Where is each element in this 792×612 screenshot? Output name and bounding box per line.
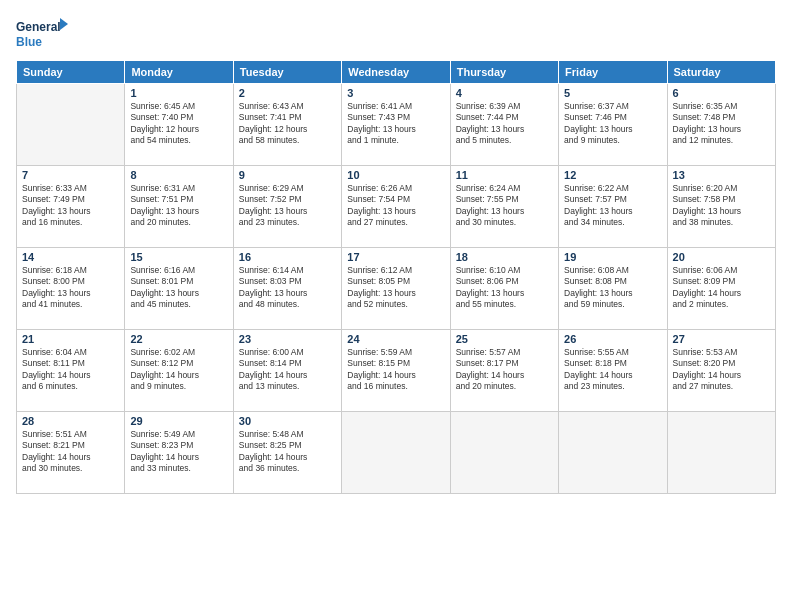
calendar-cell: 23Sunrise: 6:00 AM Sunset: 8:14 PM Dayli… [233,330,341,412]
day-info: Sunrise: 5:57 AM Sunset: 8:17 PM Dayligh… [456,347,553,393]
week-row-2: 7Sunrise: 6:33 AM Sunset: 7:49 PM Daylig… [17,166,776,248]
day-info: Sunrise: 5:59 AM Sunset: 8:15 PM Dayligh… [347,347,444,393]
calendar-cell: 5Sunrise: 6:37 AM Sunset: 7:46 PM Daylig… [559,84,667,166]
day-number: 28 [22,415,119,427]
calendar-cell: 1Sunrise: 6:45 AM Sunset: 7:40 PM Daylig… [125,84,233,166]
calendar-cell [667,412,775,494]
calendar-cell: 30Sunrise: 5:48 AM Sunset: 8:25 PM Dayli… [233,412,341,494]
week-row-1: 1Sunrise: 6:45 AM Sunset: 7:40 PM Daylig… [17,84,776,166]
calendar-cell: 10Sunrise: 6:26 AM Sunset: 7:54 PM Dayli… [342,166,450,248]
weekday-tuesday: Tuesday [233,61,341,84]
calendar-cell: 7Sunrise: 6:33 AM Sunset: 7:49 PM Daylig… [17,166,125,248]
weekday-wednesday: Wednesday [342,61,450,84]
day-info: Sunrise: 5:51 AM Sunset: 8:21 PM Dayligh… [22,429,119,475]
day-info: Sunrise: 6:16 AM Sunset: 8:01 PM Dayligh… [130,265,227,311]
calendar-cell: 16Sunrise: 6:14 AM Sunset: 8:03 PM Dayli… [233,248,341,330]
day-info: Sunrise: 6:04 AM Sunset: 8:11 PM Dayligh… [22,347,119,393]
day-info: Sunrise: 6:24 AM Sunset: 7:55 PM Dayligh… [456,183,553,229]
day-info: Sunrise: 6:08 AM Sunset: 8:08 PM Dayligh… [564,265,661,311]
week-row-3: 14Sunrise: 6:18 AM Sunset: 8:00 PM Dayli… [17,248,776,330]
day-info: Sunrise: 5:48 AM Sunset: 8:25 PM Dayligh… [239,429,336,475]
weekday-header-row: SundayMondayTuesdayWednesdayThursdayFrid… [17,61,776,84]
day-number: 1 [130,87,227,99]
day-number: 6 [673,87,770,99]
calendar-cell: 13Sunrise: 6:20 AM Sunset: 7:58 PM Dayli… [667,166,775,248]
calendar-table: SundayMondayTuesdayWednesdayThursdayFrid… [16,60,776,494]
day-info: Sunrise: 6:29 AM Sunset: 7:52 PM Dayligh… [239,183,336,229]
day-number: 29 [130,415,227,427]
calendar-cell: 15Sunrise: 6:16 AM Sunset: 8:01 PM Dayli… [125,248,233,330]
weekday-saturday: Saturday [667,61,775,84]
day-number: 23 [239,333,336,345]
day-number: 13 [673,169,770,181]
day-info: Sunrise: 5:53 AM Sunset: 8:20 PM Dayligh… [673,347,770,393]
day-number: 2 [239,87,336,99]
calendar-cell [450,412,558,494]
day-number: 30 [239,415,336,427]
day-number: 7 [22,169,119,181]
calendar-cell: 24Sunrise: 5:59 AM Sunset: 8:15 PM Dayli… [342,330,450,412]
day-info: Sunrise: 6:33 AM Sunset: 7:49 PM Dayligh… [22,183,119,229]
day-number: 20 [673,251,770,263]
svg-text:Blue: Blue [16,35,42,49]
week-row-4: 21Sunrise: 6:04 AM Sunset: 8:11 PM Dayli… [17,330,776,412]
calendar-cell: 26Sunrise: 5:55 AM Sunset: 8:18 PM Dayli… [559,330,667,412]
day-info: Sunrise: 6:18 AM Sunset: 8:00 PM Dayligh… [22,265,119,311]
calendar-cell: 18Sunrise: 6:10 AM Sunset: 8:06 PM Dayli… [450,248,558,330]
calendar-cell [17,84,125,166]
calendar-cell: 6Sunrise: 6:35 AM Sunset: 7:48 PM Daylig… [667,84,775,166]
weekday-sunday: Sunday [17,61,125,84]
day-info: Sunrise: 6:43 AM Sunset: 7:41 PM Dayligh… [239,101,336,147]
calendar-cell: 21Sunrise: 6:04 AM Sunset: 8:11 PM Dayli… [17,330,125,412]
svg-marker-1 [60,18,68,30]
day-info: Sunrise: 6:37 AM Sunset: 7:46 PM Dayligh… [564,101,661,147]
calendar-cell: 3Sunrise: 6:41 AM Sunset: 7:43 PM Daylig… [342,84,450,166]
svg-text:General: General [16,20,61,34]
day-info: Sunrise: 6:10 AM Sunset: 8:06 PM Dayligh… [456,265,553,311]
day-info: Sunrise: 6:41 AM Sunset: 7:43 PM Dayligh… [347,101,444,147]
calendar-cell: 14Sunrise: 6:18 AM Sunset: 8:00 PM Dayli… [17,248,125,330]
calendar-cell: 28Sunrise: 5:51 AM Sunset: 8:21 PM Dayli… [17,412,125,494]
day-info: Sunrise: 6:26 AM Sunset: 7:54 PM Dayligh… [347,183,444,229]
calendar-cell: 2Sunrise: 6:43 AM Sunset: 7:41 PM Daylig… [233,84,341,166]
weekday-monday: Monday [125,61,233,84]
calendar-cell: 12Sunrise: 6:22 AM Sunset: 7:57 PM Dayli… [559,166,667,248]
calendar-cell: 9Sunrise: 6:29 AM Sunset: 7:52 PM Daylig… [233,166,341,248]
calendar-cell: 27Sunrise: 5:53 AM Sunset: 8:20 PM Dayli… [667,330,775,412]
day-number: 14 [22,251,119,263]
day-number: 16 [239,251,336,263]
day-number: 21 [22,333,119,345]
day-info: Sunrise: 6:20 AM Sunset: 7:58 PM Dayligh… [673,183,770,229]
logo-svg: General Blue [16,16,76,52]
calendar-cell [342,412,450,494]
calendar-cell: 22Sunrise: 6:02 AM Sunset: 8:12 PM Dayli… [125,330,233,412]
calendar-cell: 8Sunrise: 6:31 AM Sunset: 7:51 PM Daylig… [125,166,233,248]
calendar-cell [559,412,667,494]
day-number: 17 [347,251,444,263]
day-number: 11 [456,169,553,181]
week-row-5: 28Sunrise: 5:51 AM Sunset: 8:21 PM Dayli… [17,412,776,494]
day-info: Sunrise: 6:06 AM Sunset: 8:09 PM Dayligh… [673,265,770,311]
day-info: Sunrise: 6:00 AM Sunset: 8:14 PM Dayligh… [239,347,336,393]
calendar-cell: 17Sunrise: 6:12 AM Sunset: 8:05 PM Dayli… [342,248,450,330]
day-info: Sunrise: 6:35 AM Sunset: 7:48 PM Dayligh… [673,101,770,147]
calendar-cell: 20Sunrise: 6:06 AM Sunset: 8:09 PM Dayli… [667,248,775,330]
weekday-thursday: Thursday [450,61,558,84]
weekday-friday: Friday [559,61,667,84]
day-number: 9 [239,169,336,181]
calendar-cell: 19Sunrise: 6:08 AM Sunset: 8:08 PM Dayli… [559,248,667,330]
day-info: Sunrise: 6:31 AM Sunset: 7:51 PM Dayligh… [130,183,227,229]
day-info: Sunrise: 6:14 AM Sunset: 8:03 PM Dayligh… [239,265,336,311]
day-info: Sunrise: 6:39 AM Sunset: 7:44 PM Dayligh… [456,101,553,147]
day-number: 15 [130,251,227,263]
day-info: Sunrise: 5:49 AM Sunset: 8:23 PM Dayligh… [130,429,227,475]
day-number: 5 [564,87,661,99]
day-info: Sunrise: 6:02 AM Sunset: 8:12 PM Dayligh… [130,347,227,393]
calendar-cell: 29Sunrise: 5:49 AM Sunset: 8:23 PM Dayli… [125,412,233,494]
day-info: Sunrise: 6:22 AM Sunset: 7:57 PM Dayligh… [564,183,661,229]
day-info: Sunrise: 6:12 AM Sunset: 8:05 PM Dayligh… [347,265,444,311]
day-info: Sunrise: 6:45 AM Sunset: 7:40 PM Dayligh… [130,101,227,147]
header: General Blue [16,16,776,52]
logo: General Blue [16,16,76,52]
day-number: 12 [564,169,661,181]
